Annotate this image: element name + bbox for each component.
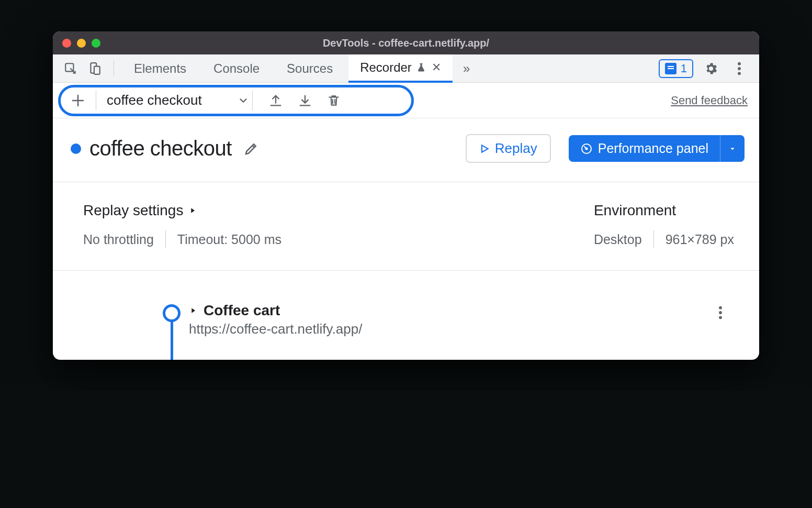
- replay-button[interactable]: Replay: [466, 134, 551, 163]
- export-icon[interactable]: [268, 93, 283, 108]
- timeout-value: Timeout: 5000 ms: [177, 232, 281, 247]
- environment-block: Environment Desktop 961×789 px: [594, 202, 734, 248]
- recording-header: coffee checkout Replay Performance panel: [53, 118, 759, 182]
- toolbar-right: 1: [659, 58, 755, 79]
- svg-point-3: [738, 62, 741, 65]
- steps-list: Coffee cart https://coffee-cart.netlify.…: [53, 271, 759, 360]
- recording-title: coffee checkout: [89, 137, 232, 160]
- window-close-button[interactable]: [62, 39, 71, 48]
- issues-count: 1: [681, 62, 687, 75]
- separator: [165, 230, 166, 248]
- devtools-window: DevTools - coffee-cart.netlify.app/ Elem…: [53, 31, 759, 360]
- window-minimize-button[interactable]: [77, 39, 86, 48]
- replay-settings-block[interactable]: Replay settings No throttling Timeout: 5…: [83, 202, 281, 248]
- recorder-toolbar: coffee checkout Send feedback: [53, 83, 759, 118]
- svg-point-4: [738, 67, 741, 70]
- recording-actions: [268, 93, 341, 108]
- recording-selector[interactable]: coffee checkout: [107, 92, 249, 108]
- panel-tabs: Elements Console Sources Recorder ✕: [122, 54, 453, 83]
- performance-label: Performance panel: [598, 141, 708, 156]
- expand-right-icon: [188, 206, 197, 215]
- svg-rect-2: [94, 66, 100, 74]
- separator: [96, 91, 96, 111]
- separator: [653, 230, 654, 248]
- step-menu-icon[interactable]: [718, 305, 723, 320]
- chat-icon: [665, 63, 676, 74]
- device-toolbar-icon[interactable]: [84, 58, 105, 79]
- delete-icon[interactable]: [327, 93, 341, 108]
- step-row[interactable]: Coffee cart https://coffee-cart.netlify.…: [184, 302, 738, 337]
- kebab-menu-icon[interactable]: [729, 58, 750, 79]
- svg-point-8: [719, 306, 722, 310]
- tab-sources[interactable]: Sources: [275, 54, 344, 83]
- expand-right-icon[interactable]: [189, 306, 197, 315]
- settings-row: Replay settings No throttling Timeout: 5…: [53, 182, 759, 271]
- more-tabs-icon[interactable]: »: [456, 61, 477, 76]
- settings-icon[interactable]: [701, 58, 721, 79]
- step-node-icon: [163, 304, 181, 322]
- replay-settings-heading: Replay settings: [83, 202, 183, 219]
- tab-recorder[interactable]: Recorder ✕: [348, 54, 453, 83]
- traffic-lights: [62, 39, 100, 48]
- environment-heading: Environment: [594, 202, 676, 219]
- tab-elements[interactable]: Elements: [122, 54, 198, 83]
- device-value: Desktop: [594, 232, 642, 247]
- titlebar: DevTools - coffee-cart.netlify.app/: [53, 31, 759, 54]
- close-tab-icon[interactable]: ✕: [432, 61, 441, 74]
- svg-point-9: [719, 311, 722, 314]
- throttling-value: No throttling: [83, 232, 154, 247]
- flask-icon: [416, 62, 426, 73]
- window-title: DevTools - coffee-cart.netlify.app/: [53, 37, 759, 49]
- send-feedback-link[interactable]: Send feedback: [671, 94, 748, 107]
- performance-dropdown-button[interactable]: [720, 135, 745, 162]
- performance-panel-button[interactable]: Performance panel: [569, 135, 720, 162]
- recording-status-dot: [71, 143, 81, 154]
- viewport-value: 961×789 px: [666, 232, 734, 247]
- selected-recording-label: coffee checkout: [107, 92, 202, 108]
- performance-panel-button-group: Performance panel: [569, 135, 745, 162]
- step-title: Coffee cart: [204, 302, 280, 319]
- tab-console[interactable]: Console: [202, 54, 271, 83]
- svg-point-10: [719, 316, 722, 319]
- tab-bar: Elements Console Sources Recorder ✕ » 1: [53, 54, 759, 83]
- replay-label: Replay: [495, 140, 537, 157]
- new-recording-button[interactable]: [69, 91, 87, 110]
- inspect-icon[interactable]: [60, 58, 81, 79]
- window-zoom-button[interactable]: [92, 39, 100, 48]
- separator: [114, 61, 114, 76]
- svg-point-7: [585, 148, 587, 149]
- chevron-down-icon: [238, 95, 249, 106]
- import-icon[interactable]: [298, 93, 312, 108]
- issues-badge[interactable]: 1: [659, 59, 693, 78]
- svg-point-5: [738, 72, 741, 75]
- separator: [252, 91, 253, 111]
- step-url: https://coffee-cart.netlify.app/: [189, 321, 362, 337]
- step-connector: [171, 320, 173, 360]
- edit-title-icon[interactable]: [243, 141, 259, 157]
